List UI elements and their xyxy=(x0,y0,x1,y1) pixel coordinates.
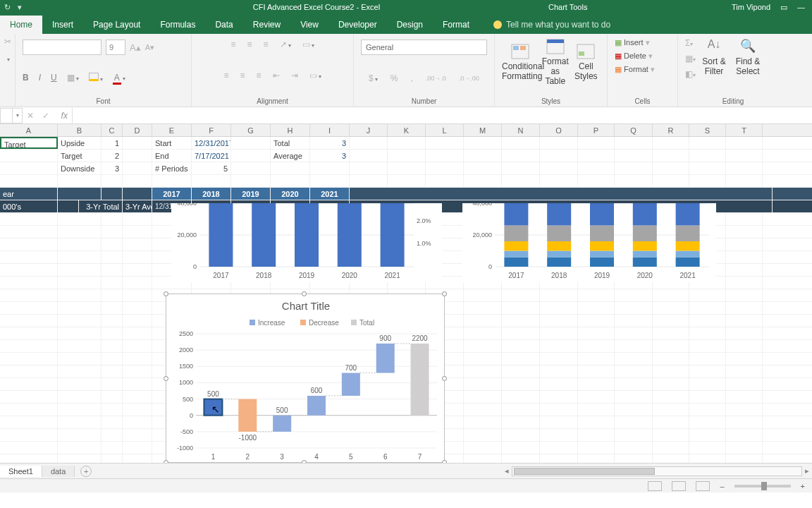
column-header[interactable]: D xyxy=(123,124,152,136)
enter-formula-icon[interactable]: ✓ xyxy=(42,111,49,121)
scroll-left-icon[interactable]: ◂ xyxy=(502,466,512,476)
column-header[interactable]: L xyxy=(426,124,464,136)
align-left-icon[interactable]: ≡ xyxy=(223,71,228,80)
normal-view-button[interactable] xyxy=(648,481,662,491)
column-header[interactable]: C xyxy=(102,124,123,136)
chart-stacked-column[interactable]: 020,00040,00020172018201920202021 xyxy=(462,203,716,282)
merge-center-icon[interactable]: ▭ xyxy=(309,71,321,80)
tab-format[interactable]: Format xyxy=(433,16,479,34)
tab-view[interactable]: View xyxy=(290,16,328,34)
chart-column-line[interactable]: 020,00040,0001.0%2.0%2017201820192020202… xyxy=(171,203,442,282)
resize-handle[interactable] xyxy=(302,291,307,296)
column-header[interactable]: I xyxy=(310,124,350,136)
align-top-icon[interactable]: ≡ xyxy=(230,40,235,49)
sheet-tab-data[interactable]: data xyxy=(42,466,75,477)
page-break-view-button[interactable] xyxy=(696,481,710,491)
column-header[interactable]: G xyxy=(231,124,271,136)
page-layout-view-button[interactable] xyxy=(672,481,686,491)
insert-cells-button[interactable]: ▦ Insert ▾ xyxy=(615,38,670,47)
sheet-tab-sheet1[interactable]: Sheet1 xyxy=(0,466,42,477)
sort-filter-button[interactable]: A↓ Sort & Filter xyxy=(700,38,728,76)
resize-handle[interactable] xyxy=(442,291,447,296)
cell-styles-button[interactable]: Cell Styles xyxy=(572,43,601,81)
scroll-right-icon[interactable]: ▸ xyxy=(802,466,812,476)
resize-handle[interactable] xyxy=(442,376,447,381)
increase-font-icon[interactable]: A▴ xyxy=(130,42,141,53)
column-header[interactable]: K xyxy=(388,124,426,136)
decrease-decimal-icon[interactable]: .0→.00 xyxy=(459,75,479,82)
tab-home[interactable]: Home xyxy=(0,16,42,34)
worksheet-grid[interactable]: ABCDEFGHIJKLMNOPQRST TargetUpside1Start1… xyxy=(0,124,812,463)
new-sheet-button[interactable]: + xyxy=(80,466,92,477)
minimize-icon[interactable]: — xyxy=(797,3,805,11)
wrap-text-icon[interactable]: ▭ xyxy=(302,40,314,49)
align-right-icon[interactable]: ≡ xyxy=(257,71,262,80)
tab-developer[interactable]: Developer xyxy=(328,16,387,34)
column-header[interactable]: H xyxy=(271,124,310,136)
column-header[interactable]: N xyxy=(502,124,540,136)
italic-button[interactable]: I xyxy=(39,73,41,83)
resize-handle[interactable] xyxy=(302,460,307,463)
column-header[interactable]: P xyxy=(578,124,615,136)
tab-design[interactable]: Design xyxy=(387,16,433,34)
delete-cells-button[interactable]: ▦ Delete ▾ xyxy=(615,52,670,61)
name-box[interactable] xyxy=(0,108,13,123)
column-header[interactable]: E xyxy=(152,124,192,136)
customize-qat-icon[interactable]: ▾ xyxy=(18,3,22,12)
font-size-input[interactable] xyxy=(106,40,125,55)
scrollbar-thumb[interactable] xyxy=(514,468,655,475)
percent-format-icon[interactable]: % xyxy=(390,73,398,83)
name-box-dropdown[interactable]: ▾ xyxy=(13,108,23,123)
clear-icon[interactable]: ◧▾ xyxy=(685,69,696,79)
resize-handle[interactable] xyxy=(164,376,168,381)
underline-button[interactable]: U xyxy=(51,73,57,83)
number-format-select[interactable] xyxy=(361,40,487,55)
find-select-button[interactable]: 🔍 Find & Select xyxy=(732,38,763,76)
chart-waterfall[interactable]: Chart TitleIncreaseDecreaseTotal-1000-50… xyxy=(166,294,445,463)
column-headers[interactable]: ABCDEFGHIJKLMNOPQRST xyxy=(0,124,812,137)
formula-bar-input[interactable] xyxy=(72,108,812,123)
column-header[interactable]: J xyxy=(350,124,388,136)
tell-me-search[interactable]: Tell me what you want to do xyxy=(493,20,610,34)
ribbon-display-icon[interactable]: ▭ xyxy=(780,3,787,12)
fill-color-button[interactable] xyxy=(89,73,103,83)
bold-button[interactable]: B xyxy=(23,73,29,83)
conditional-formatting-button[interactable]: Conditional Formatting xyxy=(502,43,539,81)
column-header[interactable]: B xyxy=(58,124,102,136)
align-middle-icon[interactable]: ≡ xyxy=(247,40,252,49)
align-center-icon[interactable]: ≡ xyxy=(240,71,245,80)
column-header[interactable]: Q xyxy=(615,124,653,136)
column-header[interactable]: M xyxy=(464,124,502,136)
decrease-indent-icon[interactable]: ⇤ xyxy=(273,71,280,80)
format-cells-button[interactable]: ▦ Format ▾ xyxy=(615,65,670,74)
resize-handle[interactable] xyxy=(442,460,447,463)
decrease-font-icon[interactable]: A▾ xyxy=(145,43,154,52)
align-bottom-icon[interactable]: ≡ xyxy=(264,40,269,49)
font-name-input[interactable] xyxy=(23,40,102,55)
resize-handle[interactable] xyxy=(164,291,168,296)
font-color-button[interactable]: A xyxy=(113,73,125,83)
comma-format-icon[interactable]: , xyxy=(410,73,412,83)
format-as-table-button[interactable]: Format as Table xyxy=(541,38,570,86)
resize-handle[interactable] xyxy=(164,460,168,463)
horizontal-scrollbar[interactable] xyxy=(512,466,802,476)
tab-review[interactable]: Review xyxy=(243,16,290,34)
tab-data[interactable]: Data xyxy=(205,16,242,34)
increase-indent-icon[interactable]: ⇥ xyxy=(291,71,298,80)
tab-formulas[interactable]: Formulas xyxy=(150,16,205,34)
zoom-out-button[interactable]: – xyxy=(720,482,724,490)
column-header[interactable]: R xyxy=(653,124,689,136)
cancel-formula-icon[interactable]: ✕ xyxy=(27,111,34,121)
fx-icon[interactable]: fx xyxy=(61,111,68,121)
cut-icon[interactable]: ✂ xyxy=(4,37,11,47)
column-header[interactable]: F xyxy=(192,124,231,136)
tab-page-layout[interactable]: Page Layout xyxy=(83,16,150,34)
column-header[interactable]: A xyxy=(0,124,58,136)
increase-decimal-icon[interactable]: .00→.0 xyxy=(426,75,446,82)
column-header[interactable]: S xyxy=(689,124,726,136)
orientation-icon[interactable]: ↗ xyxy=(280,40,291,49)
zoom-slider[interactable] xyxy=(734,485,791,488)
tab-insert[interactable]: Insert xyxy=(42,16,83,34)
borders-button[interactable]: ▦ xyxy=(67,73,79,83)
accounting-format-icon[interactable]: $ xyxy=(369,73,378,83)
